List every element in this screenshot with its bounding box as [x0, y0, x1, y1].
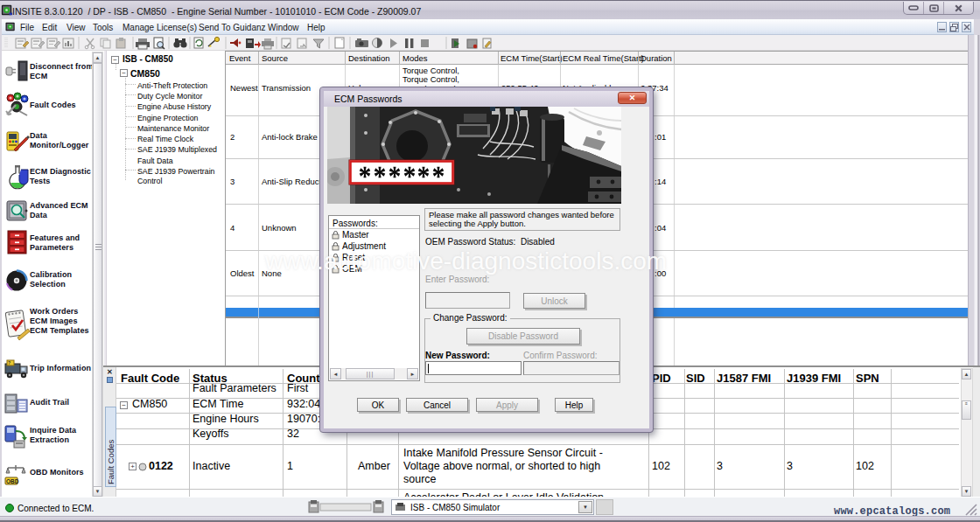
svg-text:?: ? — [8, 360, 10, 365]
svg-text:OBD: OBD — [6, 478, 19, 484]
